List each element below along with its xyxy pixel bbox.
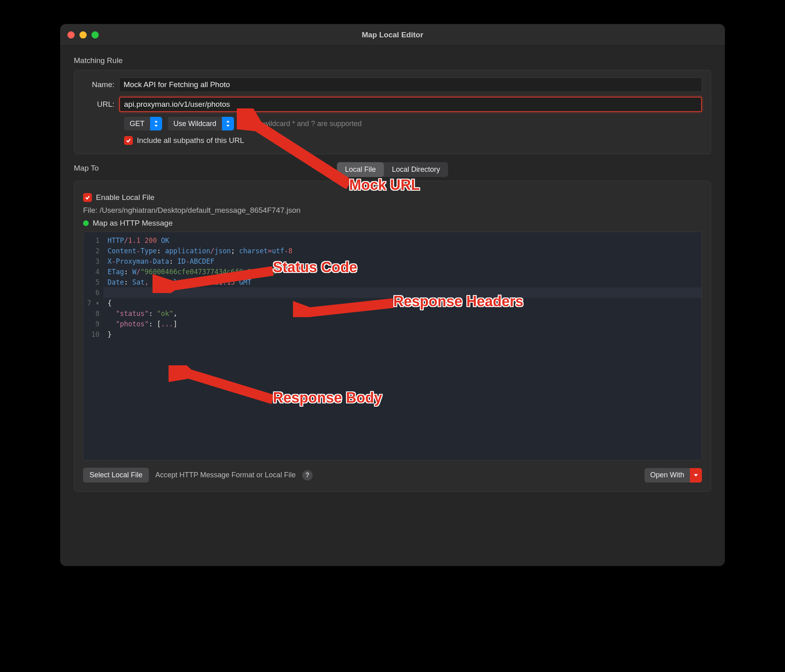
map-to-tabs: Local File Local Directory	[337, 162, 448, 177]
line-number-gutter: 1234567 ▾8910	[83, 232, 104, 460]
include-subpaths-checkbox[interactable]	[124, 136, 133, 145]
include-subpaths-label: Include all subpaths of this URL	[137, 136, 244, 145]
wildcard-hint: Simple wildcard * and ? are supported	[240, 120, 362, 128]
map-local-editor-window: Map Local Editor Matching Rule Name: URL…	[60, 24, 725, 566]
matching-rule-section-label: Matching Rule	[74, 56, 711, 65]
url-label: URL:	[83, 100, 119, 109]
accept-format-label: Accept HTTP Message Format or Local File	[155, 471, 296, 479]
map-as-http-row: Map as HTTP Message	[83, 219, 702, 228]
tab-local-directory[interactable]: Local Directory	[384, 162, 448, 177]
name-input[interactable]	[119, 77, 702, 92]
http-message-editor[interactable]: 1234567 ▾8910 HTTP/1.1 200 OKContent-Typ…	[83, 232, 702, 460]
file-label: File:	[83, 206, 98, 214]
map-to-panel: Enable Local File File: /Users/nghiatran…	[74, 181, 711, 492]
select-local-file-button[interactable]: Select Local File	[83, 468, 149, 483]
name-label: Name:	[83, 80, 119, 89]
chevron-updown-icon	[222, 117, 234, 130]
chevron-down-icon	[690, 468, 702, 483]
code-body[interactable]: HTTP/1.1 200 OKContent-Type: application…	[104, 232, 702, 460]
wildcard-dropdown[interactable]: Use Wildcard	[168, 117, 234, 130]
map-to-section: Map To Local File Local Directory Enable…	[74, 164, 711, 492]
titlebar: Map Local Editor	[60, 24, 725, 46]
wildcard-value: Use Wildcard	[168, 120, 222, 128]
enable-local-file-label: Enable Local File	[96, 193, 155, 202]
file-path-value: /Users/nghiatran/Desktop/default_message…	[100, 206, 301, 214]
status-dot-icon	[83, 220, 89, 226]
tab-local-file[interactable]: Local File	[337, 162, 384, 177]
map-to-footer: Select Local File Accept HTTP Message Fo…	[83, 468, 702, 483]
method-dropdown[interactable]: GET	[124, 117, 162, 130]
window-title: Map Local Editor	[60, 31, 725, 39]
method-value: GET	[124, 120, 150, 128]
matching-rule-panel: Name: URL: GET Use Wildcard	[74, 70, 711, 154]
help-icon[interactable]: ?	[302, 470, 313, 481]
open-with-label: Open With	[645, 471, 690, 479]
chevron-updown-icon	[150, 117, 162, 130]
file-path-row: File: /Users/nghiatran/Desktop/default_m…	[83, 206, 702, 215]
enable-local-file-checkbox[interactable]	[83, 193, 92, 202]
map-as-http-label: Map as HTTP Message	[93, 219, 173, 228]
content-area: Matching Rule Name: URL: GET Use Wildcar…	[60, 46, 725, 502]
open-with-button[interactable]: Open With	[645, 468, 702, 483]
url-input[interactable]	[119, 97, 702, 112]
